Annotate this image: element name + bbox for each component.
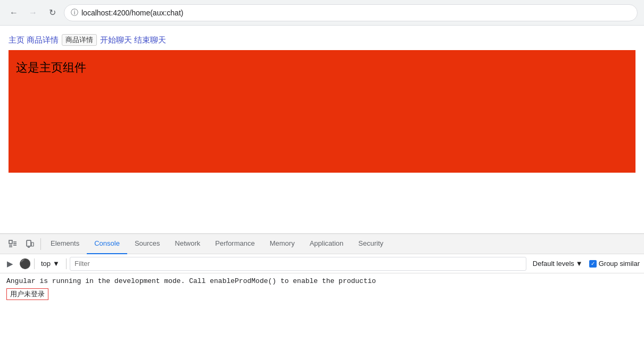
nav-link-product-detail[interactable]: 商品详情	[27, 35, 59, 45]
console-output: Angular is running in the development mo…	[0, 273, 644, 304]
console-toolbar: ▶ ⚫ top ▼ Default levels ▼ ✓ Group simil…	[0, 254, 644, 273]
default-levels-label: Default levels	[533, 260, 574, 268]
address-bar[interactable]: ⓘ localhost:4200/home(aux:chat)	[64, 4, 638, 21]
dropdown-arrow-icon: ▼	[576, 260, 583, 268]
clear-console-button[interactable]: ⚫	[19, 258, 31, 270]
tab-memory[interactable]: Memory	[262, 234, 302, 254]
tabs-divider	[40, 238, 41, 250]
nav-link-end-chat[interactable]: 结束聊天	[134, 35, 166, 45]
browser-toolbar: ← → ↻ ⓘ localhost:4200/home(aux:chat)	[0, 0, 644, 26]
tab-sources[interactable]: Sources	[127, 234, 168, 254]
inspector-icon[interactable]	[4, 236, 21, 253]
filter-input[interactable]	[70, 257, 526, 271]
default-levels[interactable]: Default levels ▼	[530, 258, 586, 269]
execute-button[interactable]: ▶	[4, 258, 16, 270]
group-similar-checkbox[interactable]: ✓	[589, 260, 597, 268]
console-toolbar-divider	[34, 258, 35, 269]
nav-link-start-chat[interactable]: 开始聊天	[100, 35, 132, 45]
devtools-tabs: Elements Console Sources Network Perform…	[0, 234, 644, 254]
reload-button[interactable]: ↻	[45, 5, 60, 20]
info-icon: ⓘ	[71, 8, 78, 18]
devtools-panel: Elements Console Sources Network Perform…	[0, 233, 644, 356]
user-status-badge: 用户未登录	[6, 288, 48, 300]
context-label: top	[41, 260, 51, 268]
tab-security[interactable]: Security	[351, 234, 391, 254]
main-component-text: 这是主页组件	[16, 60, 86, 76]
product-detail-button[interactable]: 商品详情	[62, 34, 97, 46]
group-similar-text: Group similar	[599, 260, 640, 268]
console-line-user-status: 用户未登录	[6, 287, 638, 302]
device-mode-icon[interactable]	[21, 236, 38, 253]
console-line-angular: Angular is running in the development mo…	[6, 276, 638, 287]
nav-link-home[interactable]: 主页	[9, 35, 24, 45]
group-similar[interactable]: ✓ Group similar	[589, 260, 640, 268]
back-button[interactable]: ←	[6, 5, 21, 20]
svg-rect-7	[31, 242, 34, 246]
url-text: localhost:4200/home(aux:chat)	[81, 9, 183, 17]
filter-divider	[66, 258, 67, 269]
main-component: 这是主页组件	[9, 50, 635, 173]
svg-rect-0	[9, 240, 12, 244]
tab-console[interactable]: Console	[87, 234, 127, 254]
context-dropdown-icon: ▼	[53, 260, 60, 268]
forward-button[interactable]: →	[26, 5, 40, 20]
nav-links: 主页 商品详情 商品详情 开始聊天 结束聊天	[9, 30, 635, 50]
tab-network[interactable]: Network	[168, 234, 208, 254]
tab-application[interactable]: Application	[302, 234, 351, 254]
page-content: 主页 商品详情 商品详情 开始聊天 结束聊天 这是主页组件	[0, 26, 644, 233]
tab-elements[interactable]: Elements	[43, 234, 87, 254]
context-selector[interactable]: top ▼	[38, 258, 63, 269]
svg-rect-6	[27, 240, 31, 246]
tab-performance[interactable]: Performance	[208, 234, 262, 254]
